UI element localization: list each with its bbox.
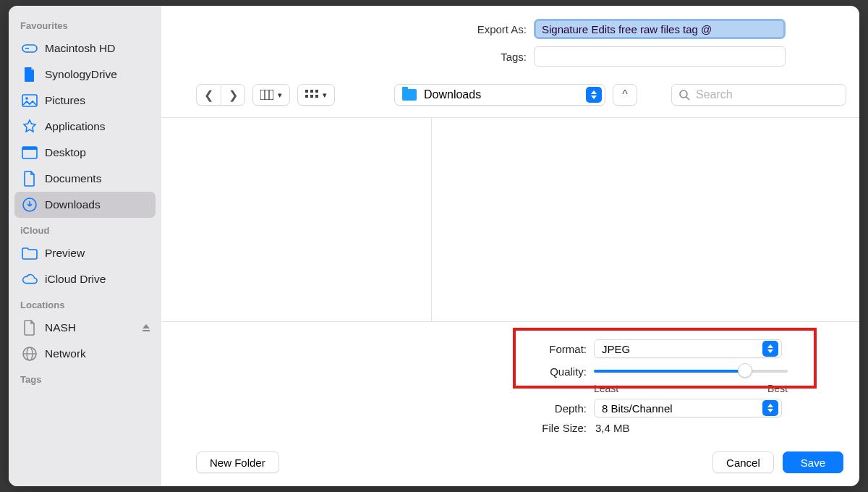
sidebar-item-label: Preview (45, 247, 85, 260)
sidebar-item-label: Applications (45, 120, 106, 133)
sidebar-item-label: Macintosh HD (45, 42, 115, 55)
export-dialog-window: Favourites Macintosh HD SynologyDrive Pi… (9, 6, 859, 486)
toolbar: ❮ ❯ ▾ ▾ Downloads ^ Search (161, 80, 859, 118)
sidebar-item-label: iCloud Drive (45, 273, 106, 286)
format-select[interactable]: JPEG (594, 339, 782, 358)
quality-scale-labels: Least Best (594, 383, 788, 394)
back-button[interactable]: ❮ (196, 84, 221, 106)
svg-rect-18 (310, 95, 313, 98)
stepper-icon (762, 341, 778, 357)
chevron-down-icon: ▾ (278, 90, 282, 100)
new-folder-button[interactable]: New Folder (196, 451, 279, 473)
filename-input[interactable] (534, 19, 786, 39)
file-browser[interactable] (161, 118, 859, 322)
export-as-label: Export As: (161, 23, 527, 35)
quality-least-label: Least (594, 383, 618, 394)
document-icon (22, 171, 38, 187)
sidebar-item-applications[interactable]: Applications (9, 114, 161, 140)
download-icon (22, 197, 38, 213)
svg-point-3 (25, 97, 28, 100)
depth-label: Depth: (161, 402, 587, 415)
grid-icon (305, 90, 318, 100)
sidebar-item-icloud-drive[interactable]: iCloud Drive (9, 266, 161, 292)
sidebar-item-label: SynologyDrive (45, 68, 117, 81)
sidebar-header-favourites: Favourites (9, 13, 161, 35)
sidebar-item-label: Network (45, 347, 86, 360)
tags-input[interactable] (534, 46, 786, 67)
sidebar-item-synologydrive[interactable]: SynologyDrive (9, 62, 161, 88)
search-input[interactable]: Search (671, 84, 846, 106)
sidebar-header-icloud: iCloud (9, 218, 161, 240)
sidebar-header-locations: Locations (9, 292, 161, 315)
svg-rect-5 (22, 147, 37, 150)
svg-rect-7 (142, 330, 150, 331)
sidebar-item-preview[interactable]: Preview (9, 240, 161, 266)
browser-column-1 (161, 118, 432, 321)
main-panel: Export As: Tags: ❮ ❯ ▾ ▾ (161, 6, 859, 486)
apps-icon (22, 119, 38, 135)
save-button[interactable]: Save (783, 451, 843, 473)
quality-slider[interactable] (594, 362, 788, 380)
export-options: Format: JPEG Quality: Least Best (161, 322, 859, 441)
quality-label: Quality: (161, 365, 587, 378)
depth-select[interactable]: 8 Bits/Channel (594, 399, 782, 417)
stepper-icon (586, 87, 602, 103)
picture-icon (22, 93, 38, 109)
folder-icon (402, 89, 417, 101)
search-icon (679, 90, 690, 101)
tags-label: Tags: (161, 51, 527, 63)
stepper-icon (762, 400, 778, 416)
sidebar-item-documents[interactable]: Documents (9, 166, 161, 192)
sidebar-item-downloads[interactable]: Downloads (14, 192, 156, 218)
nav-back-forward: ❮ ❯ (196, 84, 245, 106)
format-label: Format: (161, 343, 587, 355)
sidebar-item-label: Pictures (45, 94, 85, 107)
svg-rect-15 (310, 90, 313, 93)
search-placeholder: Search (696, 88, 733, 101)
view-columns-button[interactable]: ▾ (252, 84, 290, 106)
desktop-icon (22, 145, 38, 161)
forward-button[interactable]: ❯ (221, 84, 245, 106)
sidebar-item-label: Downloads (45, 198, 101, 211)
location-select[interactable]: Downloads (394, 84, 605, 106)
svg-rect-17 (305, 95, 308, 98)
svg-line-21 (686, 97, 689, 100)
filesize-value: 3,4 MB (594, 422, 630, 434)
format-value: JPEG (602, 343, 630, 355)
cancel-button[interactable]: Cancel (712, 451, 774, 473)
sidebar-item-macintosh-hd[interactable]: Macintosh HD (9, 35, 161, 62)
sidebar-item-label: Desktop (45, 146, 86, 159)
sidebar-header-tags: Tags (9, 367, 161, 389)
filesize-label: File Size: (161, 422, 587, 434)
sidebar-item-label: NASH (45, 321, 76, 334)
group-by-button[interactable]: ▾ (297, 84, 335, 106)
svg-rect-0 (22, 45, 37, 52)
svg-rect-14 (305, 90, 308, 93)
sidebar-item-nash[interactable]: NASH (9, 315, 161, 341)
collapse-button[interactable]: ^ (613, 84, 637, 106)
disk-icon (22, 41, 38, 56)
globe-icon (22, 346, 38, 362)
location-label: Downloads (424, 88, 481, 101)
svg-rect-16 (315, 90, 318, 93)
browser-column-2 (432, 118, 859, 321)
folder-icon (22, 245, 38, 261)
eject-icon[interactable] (141, 323, 151, 333)
sidebar-item-pictures[interactable]: Pictures (9, 88, 161, 114)
quality-best-label: Best (767, 383, 788, 394)
svg-rect-19 (315, 95, 318, 98)
export-form: Export As: Tags: (161, 6, 859, 80)
sidebar-item-desktop[interactable]: Desktop (9, 140, 161, 166)
columns-icon (260, 90, 273, 100)
document-icon (22, 320, 38, 336)
svg-point-20 (680, 90, 687, 98)
sidebar-item-network[interactable]: Network (9, 341, 161, 367)
chevron-up-icon: ^ (622, 88, 628, 101)
slider-track (594, 370, 788, 373)
sidebar: Favourites Macintosh HD SynologyDrive Pi… (9, 6, 161, 486)
cloud-icon (22, 271, 38, 287)
slider-fill (594, 370, 745, 373)
dialog-footer: New Folder Cancel Save (161, 441, 859, 486)
slider-thumb[interactable] (738, 363, 752, 378)
chevron-down-icon: ▾ (323, 90, 327, 100)
